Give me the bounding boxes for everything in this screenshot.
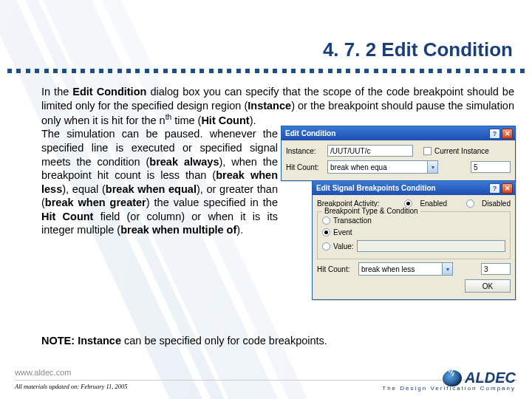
text-sup: th: [166, 113, 171, 121]
hitcount-combo[interactable]: break when equa ▾: [327, 160, 438, 174]
text-bold: break when greater: [45, 197, 146, 208]
hitcount-value-input[interactable]: 3: [481, 263, 511, 275]
chevron-down-icon: ▾: [442, 263, 452, 275]
close-icon[interactable]: ✕: [502, 129, 513, 139]
help-icon[interactable]: ?: [489, 129, 500, 139]
body-text: In the Edit Condition dialog box you can…: [41, 85, 514, 237]
footer-logo: ALDEC The Design Verification Company: [382, 369, 516, 392]
disabled-label: Disabled: [482, 200, 511, 208]
dialog-title: Edit Condition: [285, 129, 335, 137]
value-label: Value:: [333, 242, 354, 250]
brand-name: ALDEC: [465, 369, 516, 386]
combo-value: break when less: [359, 263, 442, 275]
note-bold: NOTE: Instance: [41, 335, 121, 347]
footer-url: www.aldec.com: [15, 368, 71, 377]
instance-input[interactable]: /UUT/UUT/c: [327, 145, 413, 157]
close-icon[interactable]: ✕: [502, 183, 513, 194]
titlebar: Edit Signal Breakpoints Condition ? ✕: [313, 181, 515, 195]
instance-label: Instance:: [286, 147, 324, 155]
current-instance-checkbox[interactable]: [423, 147, 432, 155]
value-input[interactable]: [357, 240, 505, 252]
note-rest: can be specified only for code breakpoin…: [121, 335, 327, 347]
hitcount-label: Hit Count:: [317, 265, 355, 273]
combo-value: break when equa: [328, 161, 427, 173]
text: ) the value specified in the: [146, 197, 278, 208]
text: ), equal (: [62, 183, 106, 195]
edit-condition-dialog: Edit Condition ? ✕ Instance: /UUT/UUT/c …: [281, 126, 516, 181]
value-radio[interactable]: [322, 242, 330, 250]
text-bold: break when multiple of: [120, 224, 236, 236]
edit-signal-breakpoints-dialog: Edit Signal Breakpoints Condition ? ✕ Br…: [312, 180, 516, 300]
text: In the: [41, 86, 72, 98]
dialog-screenshots: Edit Condition ? ✕ Instance: /UUT/UUT/c …: [281, 126, 520, 330]
disabled-radio[interactable]: [466, 200, 474, 208]
text: ).: [236, 224, 243, 236]
text: time (: [171, 115, 201, 126]
transaction-radio[interactable]: [322, 216, 330, 225]
hitcount-combo[interactable]: break when less ▾: [358, 262, 453, 276]
event-radio[interactable]: [322, 228, 330, 236]
footer: www.aldec.com All materials updated on: …: [0, 365, 532, 399]
text-bold: Instance: [248, 100, 291, 112]
text-bold: break when equal: [106, 183, 197, 195]
text: ).: [250, 115, 256, 126]
help-icon[interactable]: ?: [489, 183, 500, 194]
transaction-label: Transaction: [333, 216, 372, 225]
chevron-down-icon: ▾: [427, 161, 437, 173]
page-title: 4. 7. 2 Edit Condition: [323, 38, 513, 61]
text-bold: Edit Condition: [72, 86, 146, 98]
event-label: Event: [333, 228, 352, 236]
titlebar: Edit Condition ? ✕: [282, 126, 515, 140]
hitcount-label: Hit Count:: [286, 163, 324, 171]
current-instance-label: Current Instance: [434, 147, 489, 155]
note-text: NOTE: Instance can be specified only for…: [41, 335, 514, 347]
type-condition-group: Breakpoint Type & Condition Transaction …: [317, 211, 511, 259]
text-bold: break always: [149, 156, 219, 168]
dialog-title: Edit Signal Breakpoints Condition: [316, 184, 436, 192]
text-bold: Hit Count: [201, 115, 249, 126]
divider-dots: [7, 69, 525, 78]
footer-updated: All materials updated on: February 11, 2…: [15, 383, 128, 390]
hitcount-value-input[interactable]: 5: [471, 161, 511, 173]
text-bold: Hit Count: [41, 211, 93, 222]
enabled-label: Enabled: [420, 200, 447, 208]
group-title: Breakpoint Type & Condition: [322, 207, 420, 215]
ok-button[interactable]: OK: [465, 279, 511, 293]
